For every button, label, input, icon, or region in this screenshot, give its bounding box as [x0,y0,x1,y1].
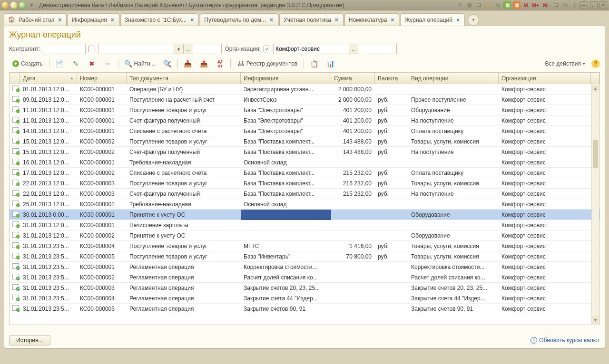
refresh-button[interactable]: ↔ [101,58,115,69]
table-row[interactable]: 15.01.2013 12:0...КС00-000002Поступление… [10,136,599,147]
tab-close-icon[interactable]: × [334,17,339,23]
type-combo[interactable]: ▾ … [98,44,222,54]
ellipsis-icon[interactable]: … [183,44,193,54]
scroll-thumb[interactable] [593,140,598,168]
registry-button[interactable]: 🖶 Реестр документов [234,58,301,69]
find-button[interactable]: 🔍 Найти... [121,58,158,69]
table-row[interactable]: 14.01.2013 12:0...КС00-000001Списание с … [10,126,599,136]
table-row[interactable]: 31.01.2013 23:5...КС00-000002Регламентна… [10,272,599,283]
scroll-track[interactable] [592,92,599,316]
help-icon[interactable]: ? [591,59,600,68]
tab-close-icon[interactable]: × [189,17,195,23]
table-row[interactable]: 11.01.2013 12:0...КС00-000001Поступление… [10,105,599,115]
tab-close-icon[interactable]: × [57,17,62,23]
org-combo[interactable]: … [273,44,397,54]
filter-checkbox-1[interactable] [88,46,95,52]
col-icon[interactable] [10,73,20,84]
tab-close-icon[interactable]: × [455,17,461,23]
history-button[interactable]: История... [9,335,50,345]
copy-icon[interactable]: ❏ [475,1,482,9]
table-row[interactable]: 31.01.2013 12:0...КС00-000001Начисление … [10,220,599,230]
org-checkbox[interactable] [264,46,270,52]
col-number[interactable]: Номер [77,73,127,84]
sysmenu3-icon[interactable] [19,2,26,9]
memory-mplus-icon[interactable]: M+ [531,1,540,9]
tab-close-icon[interactable]: × [269,17,274,23]
memory-m-icon[interactable]: M [522,1,529,9]
table-row[interactable]: 31.01.2013 23:5...КС00-000004Регламентна… [10,293,599,304]
favorite-icon[interactable]: ★ [484,1,492,9]
table-row[interactable]: 01.01.2013 12:0...КС00-000001Операция (Б… [10,84,599,95]
tab-policy[interactable]: Учетная политика × [279,13,344,26]
table-row[interactable]: 22.01.2013 12:0...КС00-000003Поступление… [10,178,599,189]
table-row[interactable]: 31.01.2013 12:0...КС00-000002Принятие к … [10,230,599,241]
cell-optype: Закрытие счета 44 "Издер... [408,293,499,304]
tab-close-icon[interactable]: × [390,17,395,23]
scroll-up-icon[interactable]: ▲ [592,85,599,92]
calendar-icon[interactable]: ▦ [513,1,521,9]
sysmenu2-icon[interactable] [10,2,17,9]
print-icon[interactable]: ⎙ [456,1,463,9]
counterparty-combo[interactable]: … [43,44,86,54]
tab-nomenclature[interactable]: Номенклатура × [344,13,400,26]
scrollbar[interactable]: ▲ ▼ [591,85,599,324]
structure-button[interactable]: 📋 [307,58,321,69]
dtkt-button[interactable]: ДтКт [213,58,227,69]
sysmenu-icon[interactable] [2,2,9,9]
minimize-icon[interactable]: — [580,1,588,9]
tab-journal[interactable]: Журнал операций × [400,13,465,26]
tab-guide[interactable]: Путеводитель по дем... × [200,13,278,26]
tab-desktop[interactable]: 🏠 Рабочий стол × [4,13,67,26]
info-icon[interactable]: ⓘ [561,1,569,9]
copy-button[interactable]: 📄 [52,58,67,69]
scroll-down-icon[interactable]: ▼ [592,316,599,324]
tab-intro[interactable]: Знакомство с "1С:Бух... × [120,13,199,26]
type-input[interactable] [98,44,174,54]
col-org[interactable]: Организация [499,73,591,84]
unpost-button[interactable]: 📤 [197,58,211,69]
save-icon[interactable]: ▤ [465,1,473,9]
table-row[interactable]: 31.01.2013 23:5...КС00-000005Поступление… [10,251,599,262]
all-actions-button[interactable]: Все действия ▾ [542,58,589,69]
col-sum[interactable]: Сумма [331,73,375,84]
table-row[interactable]: 15.01.2013 12:0...КС00-000002Счет-фактур… [10,147,599,157]
dropdown-icon[interactable]: ▾ [174,44,183,54]
table-row[interactable]: 22.01.2013 12:0...КС00-000003Счет-фактур… [10,189,599,199]
table-row[interactable]: 31.01.2013 23:5...КС00-000001Регламентна… [10,262,599,272]
maximize-icon[interactable]: □ [590,1,598,9]
update-rates-link[interactable]: i Обновить курсы валют [530,337,600,344]
clear-find-button[interactable]: 🔍̸ [160,58,175,69]
history-icon[interactable]: ◷ [494,1,501,9]
memory-mminus-icon[interactable]: M- [542,1,550,9]
col-date[interactable]: Дата▲ [20,73,77,84]
tabs-overflow-button[interactable]: ▼ [468,14,479,26]
table-row[interactable]: 31.01.2013 23:5...КС00-000005Регламентна… [10,304,599,314]
col-doctype[interactable]: Тип документа [127,73,241,84]
table-row[interactable]: 31.01.2013 23:5...КС00-000003Регламентна… [10,283,599,293]
col-currency[interactable]: Валюта [375,73,408,84]
table-row[interactable]: 25.01.2013 12:0...КС00-000002Требование-… [10,199,599,210]
table-row[interactable]: 31.01.2013 23:5...КС00-000004Поступление… [10,241,599,251]
dropdown-icon[interactable]: ▾ [28,1,35,9]
table-row[interactable]: 30.01.2013 0:00...КС00-000001Принятие к … [10,210,599,220]
close-icon[interactable]: ✕ [599,1,607,9]
windows-icon[interactable]: ❐ [552,1,560,9]
table-row[interactable]: 09.01.2013 12:0...КС00-000001Поступление… [10,95,599,105]
table-row[interactable]: 11.01.2013 12:0...КС00-000001Счет-фактур… [10,115,599,126]
report-button[interactable]: 📊 [323,58,337,69]
calculator-icon[interactable]: ▦ [503,1,511,9]
edit-button[interactable]: ✎ [69,58,83,69]
delete-button[interactable]: ✖ [85,58,99,69]
table-row[interactable]: 17.01.2013 12:0...КС00-000002Списание с … [10,168,599,178]
create-button[interactable]: + Создать [9,58,46,69]
post-button[interactable]: 📥 [181,58,195,69]
ellipsis-icon[interactable]: … [349,44,358,54]
row-status-icon [10,105,20,115]
col-optype[interactable]: Вид операции [408,73,499,84]
tab-info[interactable]: Информация × [68,13,119,26]
grid-body[interactable]: 01.01.2013 12:0...КС00-000001Операция (Б… [10,84,599,325]
org-input[interactable] [274,44,349,54]
tab-close-icon[interactable]: × [110,17,115,23]
table-row[interactable]: 16.01.2013 12:0...КС00-000001Требование-… [10,157,599,168]
col-info[interactable]: Информация [241,73,331,84]
